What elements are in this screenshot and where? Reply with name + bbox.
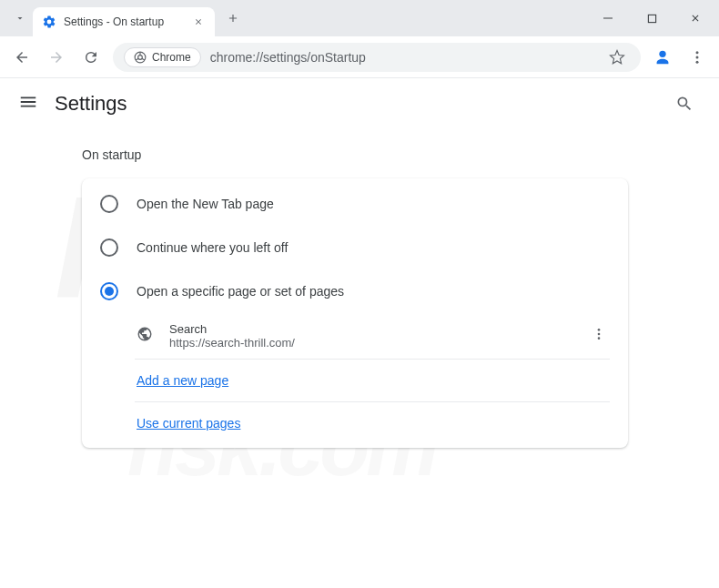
address-bar: Chrome chrome://settings/onStartup (0, 36, 719, 78)
back-button[interactable] (9, 45, 35, 70)
more-vert-icon[interactable] (588, 323, 610, 349)
add-page-row: Add a new page (82, 360, 628, 401)
gear-icon (42, 15, 56, 29)
close-icon[interactable] (191, 15, 206, 29)
menu-icon[interactable] (18, 92, 38, 116)
url-text: chrome://settings/onStartup (210, 50, 595, 65)
use-current-link[interactable]: Use current pages (137, 416, 240, 431)
svg-point-11 (598, 329, 601, 331)
window-controls (592, 2, 712, 35)
radio-icon (100, 195, 118, 213)
radio-label: Open a specific page or set of pages (137, 284, 344, 299)
radio-icon (100, 282, 118, 300)
radio-option-new-tab[interactable]: Open the New Tab page (82, 182, 628, 226)
bookmark-star-icon[interactable] (604, 45, 630, 70)
radio-label: Continue where you left off (137, 240, 288, 255)
chrome-logo-icon (134, 51, 147, 64)
titlebar: Settings - On startup (0, 0, 719, 36)
page-url: https://search-thrill.com/ (169, 336, 573, 350)
radio-label: Open the New Tab page (137, 197, 274, 211)
svg-line-5 (142, 58, 145, 60)
startup-page-row: Search https://search-thrill.com/ (82, 313, 628, 359)
content-area: On startup Open the New Tab page Continu… (0, 129, 719, 448)
svg-point-7 (659, 50, 665, 56)
tab-title: Settings - On startup (64, 15, 184, 28)
browser-tab[interactable]: Settings - On startup (33, 7, 215, 36)
add-page-link[interactable]: Add a new page (137, 373, 228, 388)
globe-icon (137, 326, 155, 346)
radio-option-continue[interactable]: Continue where you left off (82, 226, 628, 269)
svg-line-6 (136, 58, 138, 60)
close-window-button[interactable] (679, 2, 712, 35)
svg-point-12 (598, 333, 601, 336)
forward-button[interactable] (44, 45, 69, 70)
tab-dropdown-icon[interactable] (7, 5, 33, 31)
svg-rect-0 (603, 18, 613, 19)
radio-icon (100, 238, 118, 257)
chip-label: Chrome (152, 51, 191, 64)
svg-point-10 (696, 60, 699, 63)
svg-point-13 (598, 337, 601, 340)
omnibox[interactable]: Chrome chrome://settings/onStartup (113, 43, 641, 72)
page-info: Search https://search-thrill.com/ (169, 322, 573, 350)
profile-icon[interactable] (650, 45, 675, 70)
svg-point-9 (696, 56, 699, 58)
maximize-button[interactable] (635, 2, 668, 35)
radio-option-specific-pages[interactable]: Open a specific page or set of pages (82, 269, 628, 313)
page-title: Settings (55, 92, 652, 116)
more-vert-icon[interactable] (684, 45, 710, 70)
svg-point-8 (696, 51, 699, 54)
svg-rect-1 (648, 15, 655, 22)
page-name: Search (169, 322, 573, 336)
startup-card: Open the New Tab page Continue where you… (82, 178, 628, 448)
section-label: On startup (82, 147, 719, 162)
settings-header: Settings (0, 78, 719, 129)
use-current-row: Use current pages (82, 402, 628, 444)
minimize-button[interactable] (592, 2, 624, 35)
reload-button[interactable] (78, 45, 104, 70)
site-chip[interactable]: Chrome (124, 47, 201, 67)
search-icon[interactable] (668, 87, 701, 120)
new-tab-button[interactable] (220, 5, 246, 31)
